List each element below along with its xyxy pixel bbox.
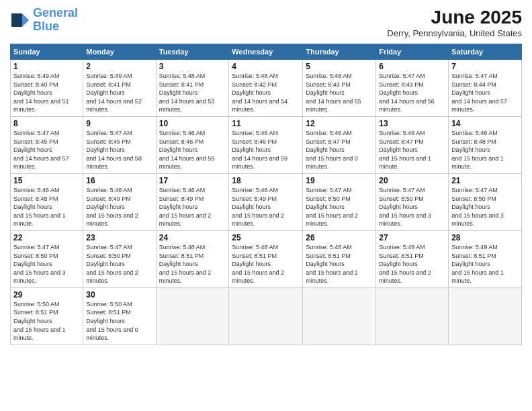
day-number: 4 xyxy=(232,62,300,71)
day-info: Sunrise: 5:46 AM Sunset: 8:47 PM Dayligh… xyxy=(379,129,445,171)
table-cell: 22 Sunrise: 5:47 AM Sunset: 8:50 PM Dayl… xyxy=(11,230,83,287)
day-number: 6 xyxy=(379,62,445,71)
day-info: Sunrise: 5:47 AM Sunset: 8:45 PM Dayligh… xyxy=(13,129,80,171)
table-cell: 11 Sunrise: 5:46 AM Sunset: 8:46 PM Dayl… xyxy=(229,116,303,173)
day-number: 17 xyxy=(159,176,226,185)
col-saturday: Saturday xyxy=(449,44,522,60)
col-monday: Monday xyxy=(83,44,156,60)
table-cell xyxy=(376,287,449,345)
day-number: 2 xyxy=(86,62,152,71)
calendar: Sunday Monday Tuesday Wednesday Thursday… xyxy=(10,44,522,345)
day-info: Sunrise: 5:49 AM Sunset: 8:51 PM Dayligh… xyxy=(379,243,445,285)
day-number: 13 xyxy=(379,119,445,128)
table-cell: 6 Sunrise: 5:47 AM Sunset: 8:43 PM Dayli… xyxy=(376,60,449,117)
table-cell: 16 Sunrise: 5:46 AM Sunset: 8:49 PM Dayl… xyxy=(83,173,156,230)
day-number: 10 xyxy=(159,119,226,128)
table-cell: 5 Sunrise: 5:48 AM Sunset: 8:43 PM Dayli… xyxy=(303,60,376,117)
table-cell xyxy=(229,287,303,345)
day-number: 16 xyxy=(86,176,152,185)
day-number: 18 xyxy=(232,176,300,185)
col-wednesday: Wednesday xyxy=(229,44,303,60)
table-cell: 3 Sunrise: 5:48 AM Sunset: 8:41 PM Dayli… xyxy=(156,60,229,117)
col-thursday: Thursday xyxy=(303,44,376,60)
day-number: 26 xyxy=(306,233,373,242)
day-number: 1 xyxy=(13,62,80,71)
day-number: 22 xyxy=(13,233,80,242)
day-number: 20 xyxy=(379,176,445,185)
day-info: Sunrise: 5:48 AM Sunset: 8:42 PM Dayligh… xyxy=(232,72,300,114)
day-info: Sunrise: 5:47 AM Sunset: 8:44 PM Dayligh… xyxy=(451,72,519,114)
day-number: 25 xyxy=(232,233,300,242)
day-number: 8 xyxy=(13,119,80,128)
day-number: 24 xyxy=(159,233,226,242)
table-cell xyxy=(449,287,522,345)
logo: General Blue xyxy=(10,7,78,34)
table-cell: 14 Sunrise: 5:46 AM Sunset: 8:48 PM Dayl… xyxy=(449,116,522,173)
day-info: Sunrise: 5:49 AM Sunset: 8:40 PM Dayligh… xyxy=(13,72,80,114)
table-cell: 7 Sunrise: 5:47 AM Sunset: 8:44 PM Dayli… xyxy=(449,60,522,117)
day-number: 15 xyxy=(13,176,80,185)
day-number: 23 xyxy=(86,233,152,242)
day-info: Sunrise: 5:46 AM Sunset: 8:48 PM Dayligh… xyxy=(451,129,519,171)
day-info: Sunrise: 5:46 AM Sunset: 8:46 PM Dayligh… xyxy=(232,129,300,171)
day-number: 11 xyxy=(232,119,300,128)
table-cell: 13 Sunrise: 5:46 AM Sunset: 8:47 PM Dayl… xyxy=(376,116,449,173)
day-number: 21 xyxy=(451,176,519,185)
day-number: 28 xyxy=(451,233,519,242)
day-number: 12 xyxy=(306,119,373,128)
table-cell: 25 Sunrise: 5:48 AM Sunset: 8:51 PM Dayl… xyxy=(229,230,303,287)
day-info: Sunrise: 5:48 AM Sunset: 8:51 PM Dayligh… xyxy=(306,243,373,285)
day-info: Sunrise: 5:46 AM Sunset: 8:47 PM Dayligh… xyxy=(306,129,373,171)
day-number: 14 xyxy=(451,119,519,128)
table-cell: 19 Sunrise: 5:47 AM Sunset: 8:50 PM Dayl… xyxy=(303,173,376,230)
day-info: Sunrise: 5:47 AM Sunset: 8:50 PM Dayligh… xyxy=(86,243,152,285)
day-number: 9 xyxy=(86,119,152,128)
day-info: Sunrise: 5:46 AM Sunset: 8:46 PM Dayligh… xyxy=(159,129,226,171)
table-cell: 10 Sunrise: 5:46 AM Sunset: 8:46 PM Dayl… xyxy=(156,116,229,173)
table-cell: 2 Sunrise: 5:49 AM Sunset: 8:41 PM Dayli… xyxy=(83,60,156,117)
day-info: Sunrise: 5:47 AM Sunset: 8:50 PM Dayligh… xyxy=(306,186,373,228)
day-info: Sunrise: 5:46 AM Sunset: 8:49 PM Dayligh… xyxy=(86,186,152,228)
day-info: Sunrise: 5:47 AM Sunset: 8:43 PM Dayligh… xyxy=(379,72,445,114)
title-area: June 2025 Derry, Pennsylvania, United St… xyxy=(387,7,522,38)
table-cell: 20 Sunrise: 5:47 AM Sunset: 8:50 PM Dayl… xyxy=(376,173,449,230)
day-info: Sunrise: 5:48 AM Sunset: 8:51 PM Dayligh… xyxy=(232,243,300,285)
day-number: 29 xyxy=(13,290,80,300)
day-number: 5 xyxy=(306,62,373,71)
table-cell: 28 Sunrise: 5:49 AM Sunset: 8:51 PM Dayl… xyxy=(449,230,522,287)
table-cell: 15 Sunrise: 5:46 AM Sunset: 8:48 PM Dayl… xyxy=(11,173,83,230)
day-number: 3 xyxy=(159,62,226,71)
table-cell xyxy=(156,287,229,345)
table-cell: 18 Sunrise: 5:46 AM Sunset: 8:49 PM Dayl… xyxy=(229,173,303,230)
col-friday: Friday xyxy=(376,44,449,60)
table-cell: 24 Sunrise: 5:48 AM Sunset: 8:51 PM Dayl… xyxy=(156,230,229,287)
svg-rect-2 xyxy=(11,13,22,27)
table-cell: 29 Sunrise: 5:50 AM Sunset: 8:51 PM Dayl… xyxy=(11,287,83,345)
day-number: 19 xyxy=(306,176,373,185)
col-sunday: Sunday xyxy=(11,44,83,60)
day-info: Sunrise: 5:48 AM Sunset: 8:43 PM Dayligh… xyxy=(306,72,373,114)
day-info: Sunrise: 5:50 AM Sunset: 8:51 PM Dayligh… xyxy=(86,300,152,342)
day-info: Sunrise: 5:46 AM Sunset: 8:49 PM Dayligh… xyxy=(232,186,300,228)
day-info: Sunrise: 5:48 AM Sunset: 8:41 PM Dayligh… xyxy=(159,72,226,114)
calendar-header-row: Sunday Monday Tuesday Wednesday Thursday… xyxy=(11,44,522,60)
day-info: Sunrise: 5:46 AM Sunset: 8:48 PM Dayligh… xyxy=(13,186,80,228)
day-info: Sunrise: 5:47 AM Sunset: 8:50 PM Dayligh… xyxy=(451,186,519,228)
table-cell: 8 Sunrise: 5:47 AM Sunset: 8:45 PM Dayli… xyxy=(11,116,83,173)
day-number: 30 xyxy=(86,290,152,300)
month-title: June 2025 xyxy=(387,7,522,28)
day-info: Sunrise: 5:50 AM Sunset: 8:51 PM Dayligh… xyxy=(13,300,80,342)
col-tuesday: Tuesday xyxy=(156,44,229,60)
logo-icon xyxy=(10,10,30,30)
page-container: General Blue June 2025 Derry, Pennsylvan… xyxy=(0,0,532,411)
day-info: Sunrise: 5:47 AM Sunset: 8:45 PM Dayligh… xyxy=(86,129,152,171)
day-number: 7 xyxy=(451,62,519,71)
table-cell: 12 Sunrise: 5:46 AM Sunset: 8:47 PM Dayl… xyxy=(303,116,376,173)
day-info: Sunrise: 5:48 AM Sunset: 8:51 PM Dayligh… xyxy=(159,243,226,285)
table-cell xyxy=(303,287,376,345)
table-cell: 30 Sunrise: 5:50 AM Sunset: 8:51 PM Dayl… xyxy=(83,287,156,345)
table-cell: 17 Sunrise: 5:46 AM Sunset: 8:49 PM Dayl… xyxy=(156,173,229,230)
table-cell: 1 Sunrise: 5:49 AM Sunset: 8:40 PM Dayli… xyxy=(11,60,83,117)
day-info: Sunrise: 5:47 AM Sunset: 8:50 PM Dayligh… xyxy=(13,243,80,285)
table-cell: 21 Sunrise: 5:47 AM Sunset: 8:50 PM Dayl… xyxy=(449,173,522,230)
